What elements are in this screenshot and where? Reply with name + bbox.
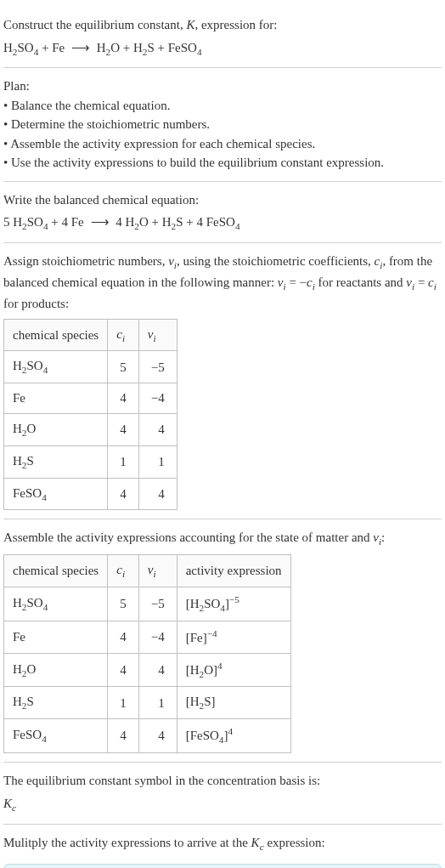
sp: H <box>13 662 22 676</box>
c: c <box>428 275 434 289</box>
sub-4: 4 <box>235 221 240 231</box>
cell-c: 5 <box>108 587 139 621</box>
table-row: H2SO4 5 −5 <box>4 351 177 383</box>
table-header-row: chemical species ci νi activity expressi… <box>4 555 291 587</box>
table-row: Fe 4 −4 <box>4 383 177 414</box>
act: SO <box>204 597 220 610</box>
sup: 4 <box>228 726 233 736</box>
c: c <box>116 563 122 576</box>
text: : <box>381 530 385 544</box>
cell-c: 4 <box>108 413 139 445</box>
eq-part: + Fe <box>38 41 68 54</box>
multiply-section: Mulitply the activity expressions to arr… <box>3 825 442 858</box>
answer-box: Answer: Kc = [H2SO4]−5 [Fe]−4 [H2O]4 [H2… <box>3 864 442 868</box>
table-row: H2O 4 4 [H2O]4 <box>4 653 291 687</box>
act: [H <box>186 597 200 610</box>
kc-symbol-section: The equilibrium constant symbol in the c… <box>3 763 442 824</box>
plan-item: Balance the chemical equation. <box>3 96 442 116</box>
act: S] <box>204 695 215 708</box>
sp: S <box>26 695 33 708</box>
eq-part: O + H <box>139 215 172 229</box>
nu: ν <box>168 254 174 268</box>
eq-part: O + H <box>110 41 143 54</box>
cell-species: H2S <box>4 687 108 719</box>
text: = <box>414 275 428 289</box>
sp: FeSO <box>13 728 42 741</box>
plan-item: Use the activity expressions to build th… <box>3 153 442 173</box>
cell-c: 4 <box>108 653 139 687</box>
text: = − <box>286 275 307 289</box>
kc-text: The equilibrium constant symbol in the c… <box>3 771 442 791</box>
sup: 4 <box>217 661 222 671</box>
intro-post: , expression for: <box>194 18 277 31</box>
unbalanced-equation: H2SO4 + Fe ⟶ H2O + H2S + FeSO4 <box>3 38 442 60</box>
col-species: chemical species <box>4 319 108 351</box>
balanced-title: Write the balanced chemical equation: <box>3 190 442 210</box>
cell-c: 4 <box>108 621 139 654</box>
activity-text: Assemble the activity expressions accoun… <box>3 528 442 549</box>
activity-table: chemical species ci νi activity expressi… <box>3 554 291 753</box>
plan-item: Assemble the activity expression for eac… <box>3 134 442 154</box>
plan-section: Plan: Balance the chemical equation. Det… <box>3 68 442 182</box>
K: K <box>3 797 12 810</box>
sp: H <box>13 695 22 708</box>
table-row: H2S 1 1 [H2S] <box>4 687 291 719</box>
sp: H <box>13 359 22 372</box>
kc-symbol: Kc <box>3 794 442 815</box>
sub-4: 4 <box>197 47 202 57</box>
arrow-icon: ⟶ <box>68 41 93 54</box>
text: expression: <box>264 836 325 849</box>
act: [H <box>186 663 200 677</box>
sub-i: i <box>434 281 437 292</box>
sub: 4 <box>42 492 47 502</box>
intro-pre: Construct the equilibrium constant, <box>3 18 186 31</box>
table-row: Fe 4 −4 [Fe]−4 <box>4 621 291 654</box>
cell-c: 4 <box>108 478 139 510</box>
cell-species: H2SO4 <box>4 587 108 621</box>
cell-nu: 4 <box>138 413 177 445</box>
cell-nu: −4 <box>138 383 177 414</box>
sub: 4 <box>42 734 47 744</box>
nu: ν <box>406 275 412 289</box>
table-row: H2S 1 1 <box>4 445 177 478</box>
table-row: H2O 4 4 <box>4 413 177 445</box>
eq-part: S + 4 FeSO <box>176 215 235 229</box>
table-header-row: chemical species ci νi <box>4 319 177 351</box>
sp: H <box>13 596 22 610</box>
cell-c: 4 <box>108 383 139 414</box>
plan-item: Determine the stoichiometric numbers. <box>3 115 442 134</box>
cell-c: 1 <box>108 687 139 719</box>
cell-nu: −5 <box>138 351 177 383</box>
cell-nu: −4 <box>138 621 177 654</box>
cell-c: 1 <box>108 445 139 478</box>
intro-section: Construct the equilibrium constant, K, e… <box>3 7 442 68</box>
intro-K: K <box>186 18 194 31</box>
sub: 4 <box>43 365 48 375</box>
nu: ν <box>373 530 379 544</box>
cell-species: H2SO4 <box>4 351 108 383</box>
intro-text: Construct the equilibrium constant, K, e… <box>3 15 442 35</box>
cell-species: FeSO4 <box>4 478 108 510</box>
sp: S <box>26 454 33 468</box>
sp: H <box>13 454 22 468</box>
cell-nu: −5 <box>138 587 177 621</box>
cell-nu: 1 <box>138 687 177 719</box>
cell-activity: [Fe]−4 <box>177 621 290 654</box>
table-row: H2SO4 5 −5 [H2SO4]−5 <box>4 587 291 621</box>
col-ci: ci <box>108 555 139 587</box>
cell-species: Fe <box>4 383 108 414</box>
cell-nu: 4 <box>138 478 177 510</box>
activity-section: Assemble the activity expressions accoun… <box>3 519 442 763</box>
c: c <box>116 327 122 341</box>
balanced-section: Write the balanced chemical equation: 5 … <box>3 182 442 243</box>
sp: O <box>26 662 36 676</box>
eq-part: S + FeSO <box>147 41 196 54</box>
eq-part: H <box>3 41 13 54</box>
eq-part: H <box>93 41 106 54</box>
stoich-table: chemical species ci νi H2SO4 5 −5 Fe 4 −… <box>3 319 177 511</box>
col-activity: activity expression <box>177 555 290 587</box>
sup: −5 <box>229 594 239 604</box>
sub-i: i <box>122 569 125 579</box>
eq-part: 4 H <box>113 215 135 229</box>
eq-part: SO <box>27 215 43 229</box>
